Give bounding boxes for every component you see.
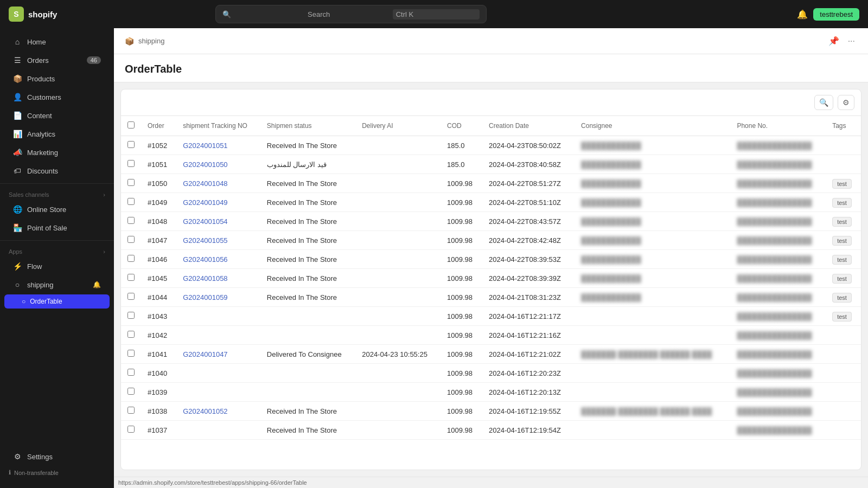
row-checkbox[interactable] <box>127 369 135 376</box>
sidebar-item-order-table[interactable]: ○ OrderTable <box>4 294 110 309</box>
row-delivery-ai <box>355 136 441 155</box>
row-checkbox-cell <box>121 231 141 250</box>
sidebar-item-orders[interactable]: ☰ Orders 46 <box>4 52 110 69</box>
row-checkbox[interactable] <box>127 141 135 148</box>
row-tags: test <box>826 250 861 269</box>
info-icon: ℹ <box>9 469 11 476</box>
search-table-button[interactable]: 🔍 <box>814 95 833 110</box>
tracking-link[interactable]: G2024001056 <box>183 255 227 264</box>
row-phone: ███████████████ <box>730 326 826 345</box>
row-checkbox[interactable] <box>127 198 135 205</box>
col-order: Order <box>141 116 176 136</box>
sidebar-item-analytics[interactable]: 📊 Analytics <box>4 125 110 143</box>
topbar: S shopify 🔍 Search Ctrl K 🔔 testtrebest <box>0 0 868 28</box>
sidebar-divider-2 <box>0 240 114 241</box>
sidebar-item-label: shipping <box>27 281 53 289</box>
tracking-link[interactable]: G2024001055 <box>183 236 227 245</box>
topbar-right: 🔔 testtrebest <box>797 8 859 21</box>
row-status: Received In The Store <box>260 269 355 288</box>
row-tags: test <box>826 307 861 326</box>
row-checkbox[interactable] <box>127 274 135 281</box>
row-status: Received In The Store <box>260 231 355 250</box>
sidebar-item-label: Point of Sale <box>27 224 67 232</box>
row-checkbox[interactable] <box>127 331 135 338</box>
row-checkbox-cell <box>121 136 141 155</box>
sidebar-item-settings[interactable]: ⚙ Settings <box>4 448 110 465</box>
row-checkbox[interactable] <box>127 426 135 433</box>
row-delivery-ai <box>355 364 441 383</box>
sidebar-item-flow[interactable]: ⚡ Flow <box>4 258 110 275</box>
row-checkbox[interactable] <box>127 255 135 262</box>
row-checkbox[interactable] <box>127 179 135 186</box>
sidebar-item-products[interactable]: 📦 Products <box>4 70 110 87</box>
tracking-link[interactable]: G2024001059 <box>183 293 227 301</box>
row-checkbox[interactable] <box>127 350 135 357</box>
row-consignee: ████████████ <box>575 269 730 288</box>
table-row: #1045 G2024001058 Received In The Store … <box>121 269 861 288</box>
row-checkbox[interactable] <box>127 236 135 243</box>
tracking-link[interactable]: G2024001058 <box>183 274 227 282</box>
row-delivery-ai <box>355 231 441 250</box>
tracking-link[interactable]: G2024001049 <box>183 198 227 207</box>
order-table-dot-icon: ○ <box>22 298 25 305</box>
row-checkbox[interactable] <box>127 388 135 395</box>
analytics-icon: 📊 <box>13 130 22 138</box>
sidebar-item-content[interactable]: 📄 Content <box>4 107 110 124</box>
sidebar-item-point-of-sale[interactable]: 🏪 Point of Sale <box>4 219 110 236</box>
tracking-link[interactable]: G2024001051 <box>183 142 227 150</box>
row-cod: 185.0 <box>441 136 482 155</box>
shipping-app-icon: ○ <box>13 280 22 289</box>
row-date: 2024-04-16T12:20:13Z <box>482 383 575 402</box>
sales-channels-expand-icon[interactable]: › <box>103 191 105 198</box>
row-checkbox[interactable] <box>127 407 135 414</box>
tracking-link[interactable]: G2024001047 <box>183 350 227 358</box>
notification-button[interactable]: 🔔 <box>797 9 808 20</box>
row-phone: ███████████████ <box>730 402 826 421</box>
row-checkbox[interactable] <box>127 312 135 319</box>
row-delivery-ai <box>355 174 441 193</box>
sidebar-item-customers[interactable]: 👤 Customers <box>4 88 110 106</box>
row-consignee <box>575 421 730 440</box>
row-tags <box>826 421 861 440</box>
tracking-link[interactable]: G2024001054 <box>183 217 227 226</box>
row-cod: 1009.98 <box>441 193 482 212</box>
row-cod: 1009.98 <box>441 250 482 269</box>
row-date: 2024-04-21T08:31:23Z <box>482 288 575 307</box>
table-row: #1049 G2024001049 Received In The Store … <box>121 193 861 212</box>
content-header: 📦 shipping 📌 ··· <box>114 28 868 54</box>
filter-table-button[interactable]: ⚙ <box>838 95 854 110</box>
sidebar-item-marketing[interactable]: 📣 Marketing <box>4 144 110 161</box>
row-date: 2024-04-22T08:42:48Z <box>482 231 575 250</box>
tracking-link[interactable]: G2024001052 <box>183 407 227 415</box>
row-tracking: G2024001059 <box>176 288 260 307</box>
select-all-checkbox[interactable] <box>127 121 135 129</box>
row-date: 2024-04-22T08:43:57Z <box>482 212 575 231</box>
row-checkbox[interactable] <box>127 160 135 167</box>
search-bar[interactable]: 🔍 Search Ctrl K <box>215 5 487 23</box>
online-store-icon: 🌐 <box>13 205 22 214</box>
sidebar-item-label: Marketing <box>27 149 58 157</box>
sidebar-item-online-store[interactable]: 🌐 Online Store <box>4 201 110 218</box>
row-checkbox[interactable] <box>127 217 135 224</box>
row-date: 2024-04-23T08:50:02Z <box>482 136 575 155</box>
row-order: #1049 <box>141 193 176 212</box>
apps-expand-icon[interactable]: › <box>103 248 105 255</box>
tracking-link[interactable]: G2024001050 <box>183 160 227 169</box>
row-phone: ███████████████ <box>730 155 826 174</box>
search-icon: 🔍 <box>222 10 303 18</box>
user-badge[interactable]: testtrebest <box>813 8 859 21</box>
header-actions: 📌 ··· <box>826 34 857 48</box>
col-tracking: shipment Tracking NO <box>176 116 260 136</box>
discounts-icon: 🏷 <box>13 166 22 175</box>
sidebar-item-label: Customers <box>27 93 61 101</box>
sidebar-item-discounts[interactable]: 🏷 Discounts <box>4 162 110 179</box>
sidebar-item-shipping[interactable]: ○ shipping 🔔 <box>4 276 110 293</box>
row-status: Received In The Store <box>260 136 355 155</box>
more-options-button[interactable]: ··· <box>846 34 857 48</box>
row-phone: ███████████████ <box>730 231 826 250</box>
pin-button[interactable]: 📌 <box>826 34 841 48</box>
tracking-link[interactable]: G2024001048 <box>183 179 227 188</box>
row-checkbox[interactable] <box>127 293 135 300</box>
flow-icon: ⚡ <box>13 262 22 271</box>
sidebar-item-home[interactable]: ⌂ Home <box>4 33 110 50</box>
